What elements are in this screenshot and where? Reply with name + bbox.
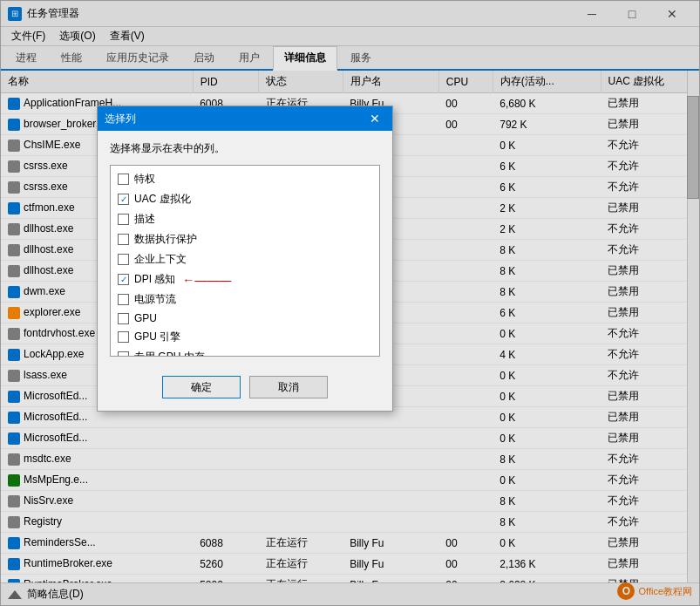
checkbox-box[interactable] xyxy=(118,194,129,205)
confirm-button[interactable]: 确定 xyxy=(162,376,241,398)
checkbox-item[interactable]: 专用 GPU 内存 xyxy=(111,347,379,357)
checkbox-box[interactable] xyxy=(118,254,129,265)
checkbox-label: 电源节流 xyxy=(134,292,176,307)
checkbox-item[interactable]: 电源节流 xyxy=(111,289,379,310)
arrow-annotation: ←——— xyxy=(182,273,231,287)
checkbox-item[interactable]: UAC 虚拟化 xyxy=(111,189,379,209)
dialog-title-bar: 选择列 ✕ xyxy=(98,106,392,131)
checkbox-box[interactable] xyxy=(118,351,129,357)
dialog-title: 选择列 xyxy=(105,112,364,126)
checkbox-label: DPI 感知 xyxy=(134,272,175,287)
checkbox-list[interactable]: 特权UAC 虚拟化描述数据执行保护企业上下文DPI 感知 ←———电源节流GPU… xyxy=(110,165,380,357)
dialog-description: 选择将显示在表中的列。 xyxy=(110,141,380,156)
dialog-footer: 确定 取消 xyxy=(98,367,392,411)
checkbox-item[interactable]: 描述 xyxy=(111,209,379,229)
checkbox-item[interactable]: GPU xyxy=(111,310,379,327)
checkbox-box[interactable] xyxy=(118,331,129,343)
checkbox-item[interactable]: 企业上下文 xyxy=(111,249,379,269)
checkbox-item[interactable]: 特权 xyxy=(111,169,379,189)
checkbox-item[interactable]: 数据执行保护 xyxy=(111,229,379,249)
checkbox-item[interactable]: DPI 感知 ←——— xyxy=(111,269,379,289)
checkbox-label: 专用 GPU 内存 xyxy=(134,350,205,357)
checkbox-item[interactable]: GPU 引擎 xyxy=(111,327,379,347)
checkbox-label: GPU xyxy=(134,312,157,324)
checkbox-label: UAC 虚拟化 xyxy=(134,192,191,207)
checkbox-box[interactable] xyxy=(118,274,129,285)
checkbox-label: 描述 xyxy=(134,212,155,227)
checkbox-box[interactable] xyxy=(118,214,129,225)
dialog-close-button[interactable]: ✕ xyxy=(364,108,385,129)
dialog-overlay: 选择列 ✕ 选择将显示在表中的列。 特权UAC 虚拟化描述数据执行保护企业上下文… xyxy=(1,1,699,605)
dialog-body: 选择将显示在表中的列。 特权UAC 虚拟化描述数据执行保护企业上下文DPI 感知… xyxy=(98,131,392,367)
cancel-button[interactable]: 取消 xyxy=(249,376,328,398)
checkbox-label: 特权 xyxy=(134,172,155,187)
checkbox-label: 企业上下文 xyxy=(134,252,187,267)
checkbox-box[interactable] xyxy=(118,313,129,324)
checkbox-box[interactable] xyxy=(118,294,129,305)
checkbox-label: GPU 引擎 xyxy=(134,330,180,344)
select-columns-dialog: 选择列 ✕ 选择将显示在表中的列。 特权UAC 虚拟化描述数据执行保护企业上下文… xyxy=(97,106,393,412)
main-window: ⊞ 任务管理器 ─ □ ✕ 文件(F) 选项(O) 查看(V) 进程 性能 应用… xyxy=(0,0,700,606)
checkbox-box[interactable] xyxy=(118,234,129,245)
checkbox-label: 数据执行保护 xyxy=(134,232,197,247)
checkbox-box[interactable] xyxy=(118,174,129,185)
